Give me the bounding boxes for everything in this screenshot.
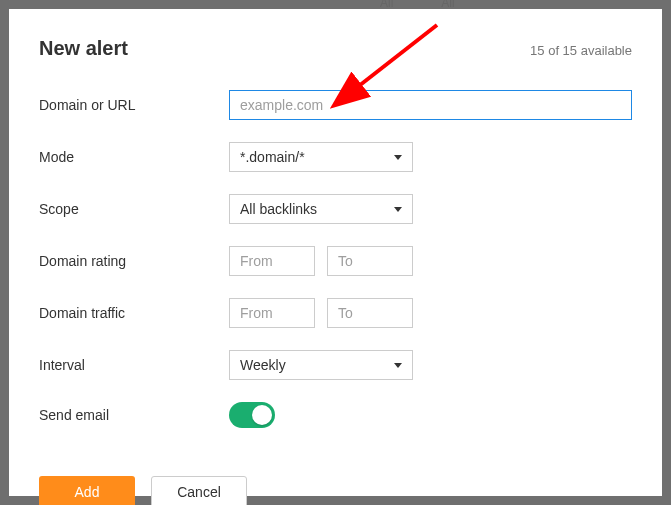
interval-select-value: Weekly (240, 357, 286, 373)
domain-label: Domain or URL (39, 97, 229, 113)
row-interval: Interval Weekly (39, 350, 632, 380)
row-domain-rating: Domain rating (39, 246, 632, 276)
rating-range (229, 246, 413, 276)
rating-to-input[interactable] (327, 246, 413, 276)
scope-select-value: All backlinks (240, 201, 317, 217)
traffic-label: Domain traffic (39, 305, 229, 321)
row-send-email: Send email (39, 402, 632, 428)
available-count: 15 of 15 available (530, 43, 632, 58)
rating-label: Domain rating (39, 253, 229, 269)
interval-select[interactable]: Weekly (229, 350, 413, 380)
traffic-range (229, 298, 413, 328)
mode-label: Mode (39, 149, 229, 165)
cancel-button[interactable]: Cancel (151, 476, 247, 505)
modal-footer: Add Cancel (39, 476, 632, 505)
row-domain: Domain or URL (39, 90, 632, 120)
scope-label: Scope (39, 201, 229, 217)
scope-select[interactable]: All backlinks (229, 194, 413, 224)
chevron-down-icon (394, 155, 402, 160)
modal-title: New alert (39, 37, 128, 60)
rating-from-input[interactable] (229, 246, 315, 276)
send-email-toggle[interactable] (229, 402, 275, 428)
row-domain-traffic: Domain traffic (39, 298, 632, 328)
chevron-down-icon (394, 363, 402, 368)
add-button[interactable]: Add (39, 476, 135, 505)
traffic-to-input[interactable] (327, 298, 413, 328)
mode-select-value: *.domain/* (240, 149, 305, 165)
domain-input[interactable] (229, 90, 632, 120)
interval-label: Interval (39, 357, 229, 373)
traffic-from-input[interactable] (229, 298, 315, 328)
new-alert-modal: New alert 15 of 15 available Domain or U… (9, 9, 662, 496)
toggle-knob (252, 405, 272, 425)
chevron-down-icon (394, 207, 402, 212)
row-mode: Mode *.domain/* (39, 142, 632, 172)
mode-select[interactable]: *.domain/* (229, 142, 413, 172)
send-email-label: Send email (39, 407, 229, 423)
row-scope: Scope All backlinks (39, 194, 632, 224)
modal-header: New alert 15 of 15 available (39, 37, 632, 60)
